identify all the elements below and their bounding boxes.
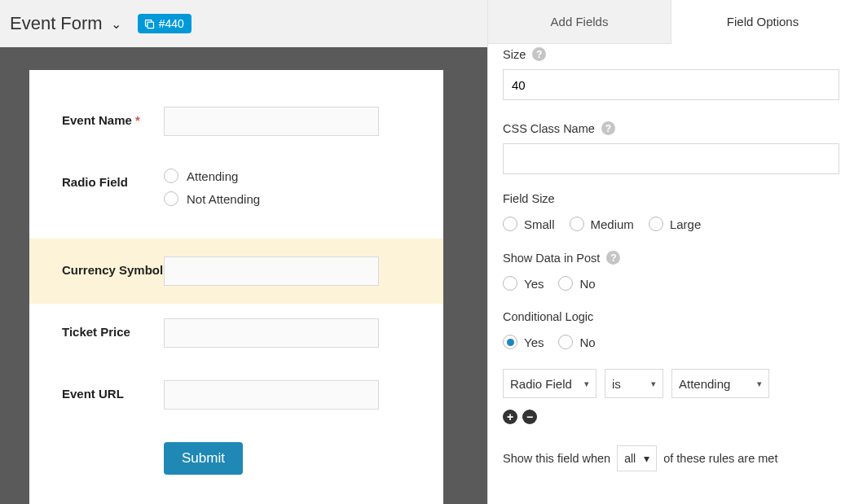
show-data-no[interactable]: No [558, 276, 595, 291]
show-data-options: Yes No [503, 276, 839, 291]
form-id-badge[interactable]: #440 [138, 14, 191, 33]
size-input[interactable] [503, 69, 839, 100]
css-class-label: CSS Class Name ? [503, 121, 839, 135]
field-label: Event Name * [62, 107, 164, 129]
cond-logic-options: Yes No [503, 335, 839, 349]
radio-icon [558, 276, 573, 291]
show-data-yes[interactable]: Yes [503, 276, 544, 291]
cond-logic-yes[interactable]: Yes [503, 335, 544, 349]
css-class-input[interactable] [503, 143, 839, 174]
cond-logic-label: Conditional Logic [503, 310, 839, 323]
radio-icon [164, 191, 178, 206]
field-event-url[interactable]: Event URL [62, 380, 419, 410]
cond-match-select[interactable]: all ▾ [617, 445, 657, 471]
field-size-label: Field Size [503, 192, 839, 205]
radio-icon [558, 335, 573, 349]
field-ticket-price[interactable]: Ticket Price [62, 318, 419, 348]
tab-field-options[interactable]: Field Options [671, 0, 854, 44]
cond-summary: Show this field when all ▾ of these rule… [503, 445, 839, 471]
help-icon[interactable]: ? [532, 47, 546, 61]
cond-op-select[interactable]: is ▾ [605, 369, 663, 398]
field-label: Currency Symbol [62, 256, 164, 278]
tab-add-fields[interactable]: Add Fields [488, 0, 671, 44]
caret-down-icon: ▾ [584, 379, 589, 389]
radio-icon [503, 217, 517, 231]
cond-rule-row: Radio Field ▾ is ▾ Attending ▾ [503, 369, 839, 398]
settings-panel: Add Fields Field Options Size ? CSS Clas… [487, 0, 854, 504]
radio-option-attending[interactable]: Attending [164, 169, 419, 183]
radio-option-not-attending[interactable]: Not Attending [164, 191, 419, 206]
radio-icon [164, 169, 178, 183]
svg-rect-0 [147, 22, 154, 28]
copy-icon [143, 18, 156, 30]
chevron-down-icon[interactable]: ⌄ [111, 16, 121, 32]
field-label: Ticket Price [62, 318, 164, 340]
form-title: Event Form [10, 13, 103, 34]
size-label: Size ? [503, 47, 839, 61]
builder-header: Event Form ⌄ #440 [0, 0, 487, 47]
cond-add-remove: + − [503, 410, 839, 424]
form-builder-left: Event Form ⌄ #440 Event Name * [0, 0, 487, 504]
form-id-text: #440 [159, 17, 184, 30]
field-event-name[interactable]: Event Name * [62, 107, 419, 136]
help-icon[interactable]: ? [606, 251, 620, 265]
cond-field-select[interactable]: Radio Field ▾ [503, 369, 596, 398]
field-radio-field[interactable]: Radio Field Attending Not Attending [62, 169, 419, 214]
caret-down-icon: ▾ [651, 379, 656, 389]
add-rule-button[interactable]: + [503, 410, 517, 424]
show-data-label: Show Data in Post ? [503, 251, 839, 265]
radio-icon [503, 335, 517, 349]
field-options-body[interactable]: Size ? CSS Class Name ? Field Size Small… [488, 44, 854, 504]
field-size-medium[interactable]: Medium [570, 217, 634, 231]
help-icon[interactable]: ? [601, 121, 615, 135]
field-size-large[interactable]: Large [649, 217, 701, 231]
field-size-options: Small Medium Large [503, 217, 839, 231]
required-mark: * [135, 113, 140, 127]
field-size-small[interactable]: Small [503, 217, 555, 231]
form-card: Event Name * Radio Field Attending [29, 70, 443, 504]
caret-down-icon: ▾ [644, 452, 649, 465]
currency-symbol-input[interactable] [164, 256, 379, 286]
event-name-input[interactable] [164, 107, 379, 136]
ticket-price-input[interactable] [164, 318, 379, 348]
remove-rule-button[interactable]: − [522, 410, 537, 424]
form-preview-area: Event Name * Radio Field Attending [0, 47, 487, 504]
submit-button[interactable]: Submit [164, 442, 243, 475]
panel-tabs: Add Fields Field Options [488, 0, 854, 44]
field-label: Event URL [62, 380, 164, 402]
cond-logic-no[interactable]: No [558, 335, 595, 349]
caret-down-icon: ▾ [757, 379, 762, 389]
field-label: Radio Field [62, 169, 164, 191]
radio-icon [649, 217, 663, 231]
radio-icon [570, 217, 584, 231]
field-currency-symbol[interactable]: Currency Symbol [29, 239, 443, 304]
radio-icon [503, 276, 517, 291]
event-url-input[interactable] [164, 380, 379, 410]
cond-value-select[interactable]: Attending ▾ [671, 369, 769, 398]
form-preview-scroll[interactable]: Event Name * Radio Field Attending [0, 47, 487, 504]
